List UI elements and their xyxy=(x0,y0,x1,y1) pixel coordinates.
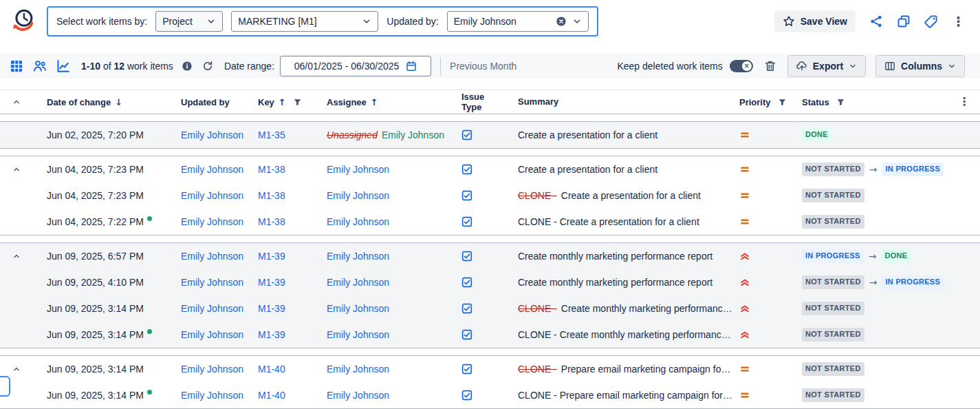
refresh-icon[interactable] xyxy=(202,61,213,72)
row-group: Jun 09, 2025, 6:57 PM Emily Johnson M1-3… xyxy=(0,242,980,348)
assignee-link[interactable]: Emily Johnson xyxy=(327,164,389,175)
col-header-assignee[interactable]: Assignee xyxy=(327,97,367,107)
col-header-priority[interactable]: Priority xyxy=(739,97,771,107)
trash-icon[interactable] xyxy=(764,60,776,72)
copy-icon[interactable] xyxy=(897,14,911,28)
keep-deleted-toggle[interactable]: × xyxy=(730,60,753,72)
updated-by-link[interactable]: Emily Johnson xyxy=(181,190,243,201)
status-badge: NOT STARTED xyxy=(802,275,864,289)
key-link[interactable]: M1-40 xyxy=(258,364,285,375)
people-view-icon[interactable] xyxy=(33,59,47,73)
collapse-group-icon[interactable] xyxy=(12,165,21,174)
table-view-icon[interactable] xyxy=(10,59,23,73)
col-header-issue-type[interactable]: Issue Type xyxy=(461,92,505,112)
priority-medium-icon xyxy=(739,390,750,401)
date-range-input[interactable]: 06/01/2025 - 06/30/2025 xyxy=(280,56,431,76)
summary-text: CLONE - Create a presentation for a clie… xyxy=(518,216,699,227)
collapse-group-icon[interactable] xyxy=(12,252,21,260)
summary-text: Prepare email marketing campaign fo… xyxy=(561,364,731,375)
summary-text: CLONE - Prepare email marketing campaign… xyxy=(518,390,732,401)
col-header-status[interactable]: Status xyxy=(802,97,829,107)
export-button[interactable]: Export xyxy=(787,55,866,77)
work-items-table: Date of change ↓ Updated by Key ↑ Assign… xyxy=(0,90,980,409)
key-link[interactable]: M1-40 xyxy=(258,390,285,401)
table-more-options-icon[interactable]: ⋮ xyxy=(959,96,970,107)
project-dropdown[interactable]: MARKETING [M1] xyxy=(231,11,378,32)
summary-removed-text: CLONE - xyxy=(518,190,557,201)
updated-by-link[interactable]: Emily Johnson xyxy=(181,364,243,375)
collapse-group-icon[interactable] xyxy=(12,365,21,373)
task-icon xyxy=(461,251,472,262)
task-icon xyxy=(461,303,472,314)
col-header-updated-by[interactable]: Updated by xyxy=(181,97,230,107)
tag-icon[interactable] xyxy=(924,14,938,28)
assignee-cell: UnassignedEmily Johnson xyxy=(313,129,448,140)
filter-funnel-icon[interactable] xyxy=(836,98,845,107)
priority-high-icon xyxy=(739,303,750,314)
key-link[interactable]: M1-38 xyxy=(258,190,285,201)
assignee-link[interactable]: Emily Johnson xyxy=(327,277,389,288)
assignee-link[interactable]: Emily Johnson xyxy=(327,364,389,375)
col-header-summary[interactable]: Summary xyxy=(518,90,558,114)
summary-text: Create a presentation for a client xyxy=(561,190,701,201)
col-header-key[interactable]: Key xyxy=(258,97,274,107)
updated-by-dropdown[interactable]: Emily Johnson xyxy=(447,11,589,32)
collapse-all-icon[interactable] xyxy=(12,98,21,106)
table-row: Jun 09, 2025, 3:14 PM Emily Johnson M1-3… xyxy=(0,322,980,348)
status-transition-arrow: → xyxy=(869,164,878,175)
updated-by-link[interactable]: Emily Johnson xyxy=(181,216,243,227)
status-cell: NOT STARTED xyxy=(801,328,948,341)
summary-cell: Create a presentation for a client xyxy=(505,122,738,148)
key-link[interactable]: M1-39 xyxy=(258,251,285,262)
assignee-link[interactable]: Emily Johnson xyxy=(327,303,389,314)
summary-cell: Create monthly marketing performance rep… xyxy=(505,243,738,269)
filter-funnel-icon[interactable] xyxy=(293,98,302,107)
updated-by-link[interactable]: Emily Johnson xyxy=(181,390,243,401)
task-icon xyxy=(461,129,472,140)
status-cell: NOT STARTED xyxy=(801,302,948,315)
share-icon[interactable] xyxy=(869,14,883,28)
key-link[interactable]: M1-39 xyxy=(258,277,285,288)
col-header-date-of-change[interactable]: Date of change xyxy=(47,97,111,107)
columns-button[interactable]: Columns xyxy=(875,55,965,77)
clear-filter-icon[interactable] xyxy=(556,16,567,27)
info-icon[interactable] xyxy=(182,61,193,72)
assignee-link[interactable]: Emily Johnson xyxy=(327,190,389,201)
summary-text: Create a presentation for a client xyxy=(518,164,657,175)
key-link[interactable]: M1-39 xyxy=(258,329,285,340)
status-badge: NOT STARTED xyxy=(802,162,864,176)
sort-asc-icon[interactable]: ↑ xyxy=(371,97,378,107)
status-cell: NOT STARTED→IN PROGRESS xyxy=(801,275,948,289)
updated-by-link[interactable]: Emily Johnson xyxy=(181,129,243,140)
summary-text: Create monthly marketing performance rep… xyxy=(518,251,712,262)
updated-by-link[interactable]: Emily Johnson xyxy=(181,329,243,340)
status-transition-arrow: → xyxy=(869,251,877,262)
chart-view-icon[interactable] xyxy=(56,59,70,73)
key-link[interactable]: M1-38 xyxy=(258,164,285,175)
status-cell: NOT STARTED xyxy=(801,388,948,401)
more-options-icon[interactable]: ⋮ xyxy=(952,15,965,28)
project-value: MARKETING [M1] xyxy=(238,16,316,27)
date-cell: Jun 09, 2025, 6:57 PM xyxy=(33,251,167,262)
assignee-link[interactable]: Emily Johnson xyxy=(327,390,389,401)
key-link[interactable]: M1-39 xyxy=(258,303,285,314)
filter-funnel-icon[interactable] xyxy=(778,98,787,107)
sort-desc-icon[interactable]: ↓ xyxy=(115,97,122,107)
key-link[interactable]: M1-35 xyxy=(258,129,285,140)
task-icon xyxy=(461,164,472,175)
assignee-link[interactable]: Emily Johnson xyxy=(327,329,389,340)
assignee-link[interactable]: Emily Johnson xyxy=(327,251,389,262)
filter-by-dropdown[interactable]: Project xyxy=(155,11,223,32)
summary-text: Create a presentation for a client xyxy=(518,129,657,140)
updated-by-link[interactable]: Emily Johnson xyxy=(181,277,243,288)
save-view-button[interactable]: Save View xyxy=(774,10,856,32)
sort-asc-icon[interactable]: ↑ xyxy=(279,97,286,107)
key-link[interactable]: M1-38 xyxy=(258,216,285,227)
previous-month-link[interactable]: Previous Month xyxy=(450,61,516,72)
assignee-link[interactable]: Emily Johnson xyxy=(327,216,389,227)
updated-by-link[interactable]: Emily Johnson xyxy=(181,251,243,262)
updated-by-link[interactable]: Emily Johnson xyxy=(181,164,243,175)
updated-by-link[interactable]: Emily Johnson xyxy=(181,303,243,314)
save-view-label: Save View xyxy=(801,16,847,27)
floating-widget[interactable] xyxy=(0,376,10,397)
